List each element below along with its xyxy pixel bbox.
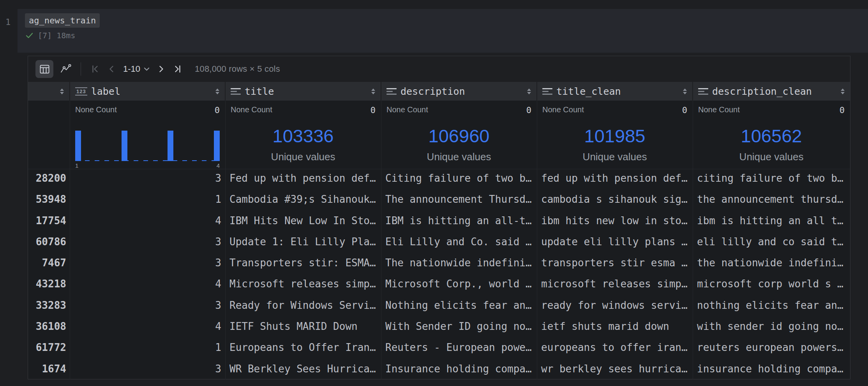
first-page-button[interactable]	[87, 61, 104, 77]
last-page-button[interactable]	[169, 61, 185, 77]
unique-values-label: Unique values	[386, 151, 531, 163]
title-clean-cell[interactable]: ibm hits new low in sto…	[537, 210, 693, 231]
column-name: label	[91, 86, 120, 97]
row-index-cell[interactable]: 60786	[28, 231, 70, 252]
description-cell[interactable]: With Sender ID going no…	[381, 316, 537, 337]
row-index-cell[interactable]: 61772	[28, 337, 70, 358]
description-cell[interactable]: IBM is hitting an all-t…	[381, 210, 537, 231]
description-clean-cell[interactable]: citing failure of two b…	[693, 168, 850, 189]
title-clean-cell[interactable]: microsoft releases simp…	[537, 273, 693, 294]
label-cell[interactable]: 3	[70, 168, 226, 189]
histogram-bar	[122, 131, 127, 161]
unique-values-count: 106960	[386, 126, 531, 146]
description-cell[interactable]: Insurance holding compa…	[381, 358, 537, 379]
description-cell[interactable]: Citing failure of two b…	[381, 168, 537, 189]
next-page-button[interactable]	[153, 61, 169, 77]
label-cell[interactable]: 3	[70, 252, 226, 273]
description-clean-cell[interactable]: insurance holding compa…	[693, 358, 850, 379]
ide-screen: 1 ag_news_train [7] 18ms	[0, 0, 868, 386]
title-clean-cell[interactable]: europeans to offer iran…	[537, 337, 693, 358]
title-clean-cell[interactable]: transporters stir esma …	[537, 252, 693, 273]
label-cell[interactable]: 3	[70, 295, 226, 316]
row-index-cell[interactable]: 43218	[28, 273, 70, 294]
code-line[interactable]: ag_news_train	[18, 9, 868, 28]
stats-label-cell: None Count 0 1 4	[70, 101, 226, 169]
row-index-cell[interactable]: 28200	[28, 168, 70, 189]
description-clean-cell[interactable]: with sender id going no…	[693, 316, 850, 337]
description-clean-cell[interactable]: the announcement thursd…	[693, 189, 850, 210]
page-range-label: 1-10	[123, 64, 140, 74]
row-index-cell[interactable]: 53948	[28, 189, 70, 210]
title-clean-cell[interactable]: cambodia s sihanouk sig…	[537, 189, 693, 210]
title-clean-cell[interactable]: wr berkley sees hurrica…	[537, 358, 693, 379]
prev-page-button[interactable]	[104, 61, 120, 77]
sort-icon[interactable]	[367, 89, 375, 94]
row-index-cell[interactable]: 33283	[28, 295, 70, 316]
title-clean-cell[interactable]: ietf shuts marid down	[537, 316, 693, 337]
description-cell[interactable]: Reuters - European powe…	[381, 337, 537, 358]
header-title-clean-column[interactable]: title_clean	[537, 82, 693, 101]
none-count-value: 0	[840, 105, 845, 115]
description-clean-cell[interactable]: eli lilly and co said t…	[693, 231, 850, 252]
header-index-column[interactable]	[28, 82, 70, 101]
toolbar-divider	[81, 62, 81, 76]
column-name: title	[245, 86, 274, 97]
unique-values-label: Unique values	[231, 151, 376, 163]
description-clean-cell[interactable]: ibm is hitting an all t…	[693, 210, 850, 231]
title-cell[interactable]: Transporters stir: ESMA…	[226, 252, 381, 273]
description-clean-cell[interactable]: reuters european powers…	[693, 337, 850, 358]
header-description-column[interactable]: description	[381, 82, 537, 101]
unique-values-count: 103336	[231, 126, 376, 146]
description-cell[interactable]: The nationwide indefini…	[381, 252, 537, 273]
sort-icon[interactable]	[523, 89, 531, 94]
header-title-column[interactable]: title	[226, 82, 381, 101]
title-cell[interactable]: Ready for Windows Servi…	[226, 295, 381, 316]
label-cell[interactable]: 4	[70, 273, 226, 294]
description-cell[interactable]: The announcement Thursd…	[381, 189, 537, 210]
description-cell[interactable]: Microsoft Corp., world …	[381, 273, 537, 294]
title-cell[interactable]: IBM Hits New Low In Sto…	[226, 210, 381, 231]
title-cell[interactable]: Microsoft releases simp…	[226, 273, 381, 294]
label-cell[interactable]: 1	[70, 337, 226, 358]
title-clean-cell[interactable]: update eli lilly plans …	[537, 231, 693, 252]
row-index-cell[interactable]: 7467	[28, 252, 70, 273]
sort-icon[interactable]	[837, 89, 845, 94]
title-clean-cell[interactable]: fed up with pension def…	[537, 168, 693, 189]
header-description-clean-column[interactable]: description_clean	[693, 82, 850, 101]
label-cell[interactable]: 4	[70, 316, 226, 337]
title-cell[interactable]: Fed up with pension def…	[226, 168, 381, 189]
sort-icon[interactable]	[679, 89, 687, 94]
title-cell[interactable]: IETF Shuts MARID Down	[226, 316, 381, 337]
title-cell[interactable]: Update 1: Eli Lilly Pla…	[226, 231, 381, 252]
label-cell[interactable]: 3	[70, 231, 226, 252]
description-clean-cell[interactable]: the nationwide indefini…	[693, 252, 850, 273]
notebook-cell[interactable]: ag_news_train [7] 18ms	[18, 9, 868, 53]
execution-duration: 18ms	[56, 31, 75, 40]
page-range-dropdown[interactable]: 1-10	[123, 64, 150, 74]
title-cell[interactable]: WR Berkley Sees Hurrica…	[226, 358, 381, 379]
table-view-button[interactable]	[35, 60, 53, 78]
label-cell[interactable]: 4	[70, 210, 226, 231]
row-index-cell[interactable]: 17754	[28, 210, 70, 231]
table-row: 53948 1 Cambodia #39;s Sihanouk… The ann…	[28, 189, 850, 210]
row-index-cell[interactable]: 1674	[28, 358, 70, 379]
stats-description-cell: None Count 0 106960 Unique values	[381, 101, 537, 169]
title-cell[interactable]: Cambodia #39;s Sihanouk…	[226, 189, 381, 210]
sort-icon[interactable]	[56, 89, 64, 94]
rows-cols-summary: 108,000 rows × 5 cols	[195, 64, 280, 74]
none-count-label: None Count	[386, 105, 428, 114]
label-cell[interactable]: 3	[70, 358, 226, 379]
description-clean-cell[interactable]: microsoft corp world s …	[693, 273, 850, 294]
description-clean-cell[interactable]: nothing elicits fear an…	[693, 295, 850, 316]
title-cell[interactable]: Europeans to Offer Iran…	[226, 337, 381, 358]
none-count-value: 0	[215, 105, 220, 115]
row-index-cell[interactable]: 36108	[28, 316, 70, 337]
description-cell[interactable]: Nothing elicits fear an…	[381, 295, 537, 316]
label-cell[interactable]: 1	[70, 189, 226, 210]
header-label-column[interactable]: 123 label	[70, 82, 226, 101]
chart-view-button[interactable]	[56, 60, 74, 78]
description-cell[interactable]: Eli Lilly and Co. said …	[381, 231, 537, 252]
numeric-type-icon: 123	[75, 87, 87, 96]
sort-icon[interactable]	[212, 89, 219, 94]
title-clean-cell[interactable]: ready for windows servi…	[537, 295, 693, 316]
